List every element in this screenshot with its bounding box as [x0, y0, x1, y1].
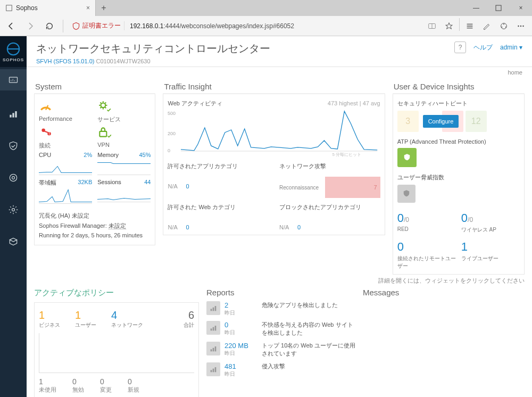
report-value: 481 — [225, 362, 257, 370]
sidebar-reports[interactable] — [0, 103, 27, 125]
sophos-logo-icon — [6, 42, 21, 56]
svg-rect-45 — [213, 368, 214, 372]
svg-text:200: 200 — [168, 131, 176, 136]
sidebar-configure[interactable] — [0, 167, 27, 188]
reports-widget[interactable]: Reports 2昨日危険なアプリを検出しました0昨日不快感を与える内容の We… — [206, 288, 355, 397]
pol-total: 6合計 — [184, 309, 194, 329]
utq-label: ユーザー脅威指数 — [397, 173, 520, 181]
insights-widget[interactable]: User & Device Insights セキュリティハートビート 3 12… — [393, 80, 525, 275]
memory-label: Memory — [97, 152, 119, 158]
admin-menu[interactable]: admin ▾ — [500, 44, 522, 51]
divider — [459, 18, 460, 31]
sys-services-label: サービス — [97, 115, 151, 123]
report-item[interactable]: 481昨日侵入攻撃 — [206, 362, 355, 378]
attack-label: Reconnaissance — [279, 185, 322, 191]
brand-label: SOPHOS — [3, 57, 24, 62]
svg-rect-35 — [211, 309, 212, 311]
share-icon[interactable] — [496, 18, 512, 34]
metric-memory: Memory45% — [97, 152, 151, 177]
sidebar-objects[interactable] — [0, 231, 27, 252]
browser-tabs: Sophos × + — × — [0, 0, 532, 16]
help-button[interactable]: ? — [454, 42, 466, 53]
heartbeat-tiles: 3 12 Configure — [397, 111, 520, 134]
address-bar[interactable]: 192.168.0.1:4444/webconsole/webpages/ind… — [128, 22, 421, 30]
svg-rect-46 — [215, 367, 217, 372]
bandwidth-value: 32KB — [78, 179, 92, 187]
svg-rect-29 — [100, 131, 107, 137]
webnote-icon[interactable] — [479, 18, 495, 34]
stat-red: 0/0RED — [397, 211, 456, 234]
nav-forward-icon[interactable] — [22, 18, 38, 34]
report-value: 220 MB — [225, 342, 257, 350]
attack-bar: 7 — [325, 177, 380, 198]
connections-warn-icon: ! — [39, 126, 53, 139]
traffic-widget[interactable]: Traffic Insight Web アクティビティ 473 highest … — [163, 80, 385, 275]
tab-title: Sophos — [16, 4, 38, 12]
product-link[interactable]: SFVH (SFOS 15.01.0) — [36, 58, 94, 64]
messages-heading: Messages — [363, 288, 525, 297]
lock-icon — [97, 126, 111, 139]
heartbeat-ok: 12 — [466, 111, 487, 132]
report-icon — [206, 342, 220, 355]
svg-point-5 — [503, 23, 504, 24]
window-maximize[interactable] — [487, 0, 510, 16]
svg-rect-41 — [211, 349, 212, 351]
cpu-label: CPU — [39, 152, 51, 158]
sys-connections-label: 接続 — [39, 142, 92, 150]
svg-rect-37 — [215, 306, 217, 311]
certificate-error[interactable]: 証明書エラー — [69, 21, 124, 30]
svg-point-7 — [505, 26, 506, 27]
window-minimize[interactable]: — — [465, 0, 487, 16]
favorite-icon[interactable] — [441, 18, 457, 34]
svg-rect-19 — [15, 111, 16, 118]
reading-view-icon[interactable] — [424, 18, 440, 34]
policies-chart — [39, 333, 194, 373]
atp-label: ATP (Advanced Threat Protection) — [397, 138, 520, 145]
messages-widget[interactable]: Messages — [363, 288, 525, 397]
report-item[interactable]: 2昨日危険なアプリを検出しました — [206, 301, 355, 317]
report-desc: トップ 10名の Web ユーザーに使用されています — [262, 342, 355, 358]
report-item[interactable]: 0昨日不快感を与える内容の Web サイトを検出しました — [206, 321, 355, 337]
breadcrumb-home[interactable]: home — [27, 67, 532, 77]
cpu-value: 2% — [84, 152, 92, 158]
brand-logo[interactable]: SOPHOS — [0, 36, 27, 67]
report-day: 昨日 — [225, 370, 257, 378]
report-icon — [206, 362, 220, 376]
pol-stat-changed: 0変更 — [100, 377, 112, 394]
sfm-status: Sophos Firewall Manager: 未設定 — [39, 221, 151, 231]
system-widget[interactable]: System Performance サービス ! 接続 — [34, 80, 155, 275]
nav-back-icon[interactable] — [3, 18, 19, 34]
gear-icon — [97, 100, 111, 113]
svg-point-10 — [522, 25, 523, 26]
svg-rect-40 — [215, 326, 217, 330]
more-icon[interactable] — [513, 18, 529, 34]
svg-rect-42 — [213, 348, 214, 351]
svg-point-22 — [12, 209, 15, 211]
svg-rect-13 — [10, 77, 18, 82]
admin-label: admin — [500, 44, 518, 51]
browser-actions — [424, 18, 529, 34]
stat-remote-users: 0接続されたリモートユーザー — [397, 240, 456, 270]
policies-widget[interactable]: アクティブなポリシー 1ビジネス 1ユーザー 4ネットワーク 6合計 1未使用 … — [34, 288, 199, 397]
help-link[interactable]: ヘルプ — [473, 43, 493, 52]
window-close[interactable]: × — [510, 0, 532, 16]
bandwidth-sparkline — [39, 187, 92, 204]
sidebar-dashboard[interactable] — [0, 69, 27, 90]
sessions-sparkline — [97, 185, 151, 202]
divider — [63, 20, 63, 32]
tab-close-icon[interactable]: × — [86, 4, 90, 12]
sfm-link[interactable]: 未設定 — [109, 222, 126, 229]
nav-refresh-icon[interactable] — [41, 18, 57, 34]
hub-icon[interactable] — [462, 18, 478, 34]
sidebar-system[interactable] — [0, 199, 27, 220]
new-tab-button[interactable]: + — [96, 0, 112, 16]
uptime-text: Running for 2 days, 5 hours, 26 minutes — [39, 230, 151, 241]
traffic-heading: Traffic Insight — [163, 80, 385, 94]
report-item[interactable]: 220 MB昨日トップ 10名の Web ユーザーに使用されています — [206, 342, 355, 358]
svg-line-27 — [45, 131, 48, 133]
configure-button[interactable]: Configure — [423, 115, 459, 128]
sidebar-protect[interactable] — [0, 135, 27, 156]
web-activity-chart: 500 200 0 5 分毎にヒット — [168, 109, 380, 156]
web-activity-label: Web アクティビティ — [168, 100, 222, 107]
browser-tab-active[interactable]: Sophos × — [0, 0, 96, 16]
